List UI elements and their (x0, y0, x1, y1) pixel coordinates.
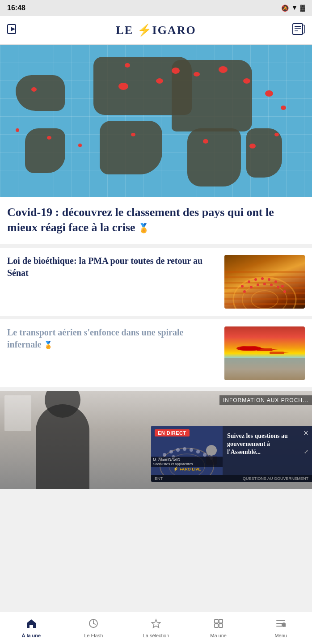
svg-point-11 (248, 280, 250, 283)
battery-icon: ▓ (300, 4, 305, 12)
svg-point-8 (242, 284, 287, 309)
nav-label-home: À la une (21, 633, 41, 638)
speaker-group-text: Socialistes et apparentés (153, 462, 221, 466)
wifi-icon: ▼ (291, 4, 298, 12)
svg-rect-2 (293, 24, 303, 34)
figaro-premium-badge: 🏅 (138, 223, 149, 233)
svg-point-21 (270, 284, 273, 286)
svg-rect-57 (219, 624, 223, 627)
svg-point-19 (257, 284, 259, 286)
svg-point-12 (254, 278, 257, 281)
en-direct-badge: EN DIRECT (155, 429, 190, 436)
svg-marker-1 (11, 27, 15, 31)
svg-point-16 (281, 285, 284, 288)
svg-point-38 (169, 450, 173, 453)
article-thumbnail-senat (224, 255, 305, 309)
article-title: Loi de bioéthique: la PMA pour toutes de… (7, 255, 218, 279)
svg-rect-30 (257, 348, 273, 351)
logo-text-le: LE (116, 24, 137, 37)
svg-point-43 (203, 453, 207, 457)
svg-point-14 (268, 278, 270, 281)
svg-point-39 (176, 448, 180, 452)
video-content: × Suivez les questions au gouvernement à… (223, 426, 312, 459)
main-content: Covid-19 : découvrez le classement des p… (0, 45, 312, 529)
svg-rect-24 (224, 358, 305, 380)
svg-point-23 (283, 290, 286, 293)
figaro-premium-badge-air: 🏅 (44, 341, 53, 349)
svg-point-18 (250, 286, 253, 288)
nav-item-home[interactable]: À la une (0, 612, 63, 644)
mute-icon: 🔕 (281, 4, 289, 12)
svg-marker-29 (235, 343, 240, 347)
svg-point-10 (241, 285, 244, 288)
svg-point-40 (183, 447, 186, 451)
video-title: Suivez les questions au gouvernement à l… (227, 432, 308, 457)
newspaper-icon[interactable] (292, 23, 305, 38)
app-logo: LE ⚡ IGARO (116, 23, 196, 37)
svg-marker-33 (284, 352, 289, 353)
home-icon (26, 619, 37, 631)
article-text: Loi de bioéthique: la PMA pour toutes de… (7, 255, 218, 309)
nav-label-menu: Menu (274, 633, 287, 638)
svg-rect-54 (215, 619, 218, 623)
svg-point-22 (277, 286, 279, 288)
nav-item-menu[interactable]: Menu (249, 612, 312, 644)
svg-marker-53 (152, 619, 160, 628)
nav-item-flash[interactable]: Le Flash (63, 612, 125, 644)
bottom-article-image: INFORMATION AUX PROCH... (0, 391, 312, 489)
figaro-live-label: ⚡ FARO LIVE (173, 466, 201, 471)
svg-point-37 (163, 453, 166, 457)
svg-point-48 (206, 445, 217, 456)
menu-icon (276, 619, 286, 631)
nav-item-maune[interactable]: Ma une (187, 612, 250, 644)
article-card-air[interactable]: Le transport aérien s'enfonce dans une s… (0, 319, 312, 387)
nav-label-flash: Le Flash (84, 633, 103, 638)
hero-title: Covid-19 : découvrez le classement des p… (7, 205, 305, 235)
video-thumbnail: EN DIRECT M. Alain DAVID Socialistes et … (151, 426, 223, 475)
svg-point-13 (261, 277, 264, 280)
hero-text: Covid-19 : découvrez le classement des p… (0, 197, 312, 244)
status-icons: 🔕 ▼ ▓ (281, 4, 305, 12)
status-time: 16:48 (7, 4, 25, 12)
video-overlay[interactable]: EN DIRECT M. Alain DAVID Socialistes et … (151, 426, 312, 482)
article-title: Le transport aérien s'enfonce dans une s… (7, 326, 218, 351)
hero-article[interactable]: Covid-19 : découvrez le classement des p… (0, 45, 312, 244)
logo-figaro-f: ⚡ (137, 23, 152, 37)
nav-item-selection[interactable]: La sélection (125, 612, 187, 644)
video-expand-icon[interactable]: ⤢ (304, 449, 308, 455)
speaker-name: M. Alain DAVID Socialistes et apparentés (151, 457, 223, 467)
svg-point-41 (190, 448, 193, 452)
bottom-navigation: À la une Le Flash La sélection (0, 612, 312, 644)
svg-point-15 (274, 280, 277, 283)
video-icon[interactable] (7, 24, 20, 37)
status-bar: 16:48 🔕 ▼ ▓ (0, 0, 312, 16)
svg-point-17 (243, 290, 246, 293)
video-close-button[interactable]: × (304, 428, 308, 437)
svg-point-42 (196, 450, 200, 453)
svg-line-62 (285, 626, 286, 627)
video-bottom-label: QUESTIONS AU GOUVERNEMENT (243, 476, 308, 481)
logo-text-igaro: IGARO (152, 24, 196, 37)
svg-point-9 (251, 291, 278, 309)
svg-line-52 (93, 623, 95, 624)
article-text: Le transport aérien s'enfonce dans une s… (7, 326, 218, 380)
svg-rect-6 (302, 25, 304, 33)
svg-marker-31 (273, 349, 278, 350)
flash-icon (89, 619, 98, 631)
svg-rect-27 (240, 347, 258, 350)
speaker-name-text: M. Alain DAVID (153, 458, 221, 462)
svg-rect-55 (219, 619, 223, 623)
app-header: LE ⚡ IGARO (0, 16, 312, 45)
maune-icon (214, 619, 223, 631)
svg-rect-56 (215, 624, 218, 627)
hero-image (0, 45, 312, 197)
selection-icon (151, 619, 161, 631)
video-bottom-ent: ENT (155, 476, 163, 481)
article-label: INFORMATION AUX PROCH... (219, 395, 312, 405)
bottom-article[interactable]: INFORMATION AUX PROCH... (0, 391, 312, 489)
article-card-senat[interactable]: Loi de bioéthique: la PMA pour toutes de… (0, 248, 312, 316)
article-thumbnail-air (224, 326, 305, 380)
nav-label-maune: Ma une (210, 633, 227, 638)
svg-point-20 (263, 283, 266, 285)
svg-rect-32 (270, 352, 284, 354)
